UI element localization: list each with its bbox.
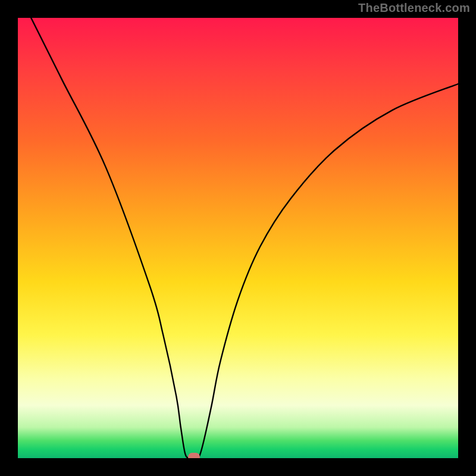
bottleneck-curve <box>18 18 458 458</box>
chart-frame: TheBottleneck.com <box>0 0 476 476</box>
watermark-text: TheBottleneck.com <box>358 1 470 15</box>
curve-path <box>31 18 458 458</box>
optimal-marker <box>188 453 200 458</box>
plot-area <box>18 18 458 458</box>
